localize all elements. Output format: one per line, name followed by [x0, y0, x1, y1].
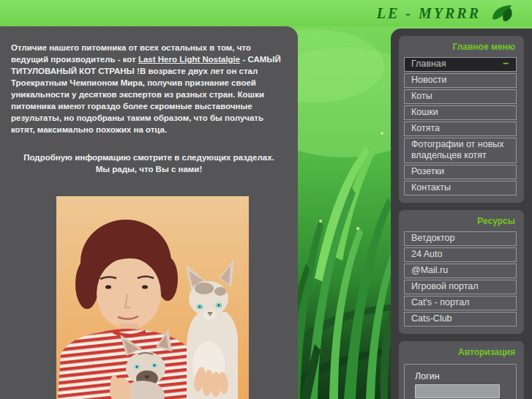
- auth-form: Логин Пароль: [404, 364, 517, 399]
- resources-title: Ресурсы: [404, 215, 517, 231]
- resource-link-vetdoctor[interactable]: Ветдоктор: [404, 231, 517, 246]
- menu-item-news[interactable]: Новости: [404, 73, 517, 88]
- resource-label: Ветдоктор: [411, 233, 455, 243]
- resource-label: Игровой портал: [411, 281, 479, 291]
- menu-item-female-cats[interactable]: Кошки: [404, 105, 517, 120]
- login-label: Логин: [415, 371, 509, 381]
- menu-item-contacts[interactable]: Контакты: [404, 181, 517, 195]
- menu-item-owner-photos[interactable]: Фотографии от новых владельцев котят: [404, 138, 517, 163]
- sidebar: Главное меню Главная – Новости Коты Кошк…: [391, 29, 532, 399]
- site-logo: LE - MYRRR: [377, 5, 481, 22]
- menu-item-rosettes[interactable]: Розетки: [404, 165, 517, 179]
- login-input[interactable]: [415, 384, 500, 398]
- active-marker: –: [503, 58, 509, 69]
- menu-item-label: Котята: [411, 123, 440, 133]
- menu-item-label: Контакты: [411, 182, 451, 193]
- cat-name-link[interactable]: Last Hero Light Nostalgie: [138, 55, 240, 64]
- resource-link-cats-club[interactable]: Cats-Club: [404, 312, 517, 327]
- menu-item-kittens[interactable]: Котята: [404, 122, 517, 136]
- menu-item-label: Кошки: [411, 107, 438, 117]
- resource-link-mailru[interactable]: @Mail.ru: [404, 264, 517, 278]
- resource-label: 24 Auto: [411, 249, 442, 259]
- resource-link-24auto[interactable]: 24 Auto: [404, 247, 517, 262]
- auth-title: Авторизация: [404, 346, 517, 362]
- auth-section: Авторизация Логин Пароль: [399, 341, 524, 399]
- menu-item-label: Фотографии от новых владельцев котят: [411, 139, 504, 160]
- resource-label: Cats-Club: [411, 313, 452, 324]
- main-menu-section: Главное меню Главная – Новости Коты Кошк…: [399, 36, 524, 203]
- resource-link-cats-portal[interactable]: Cat's - портал: [404, 296, 517, 310]
- resources-section: Ресурсы Ветдоктор 24 Auto @Mail.ru Игров…: [399, 210, 524, 334]
- note-paragraph: Подробную информацию смотрите в следующи…: [20, 152, 277, 175]
- menu-item-label: Новости: [411, 75, 446, 85]
- intro-paragraph: Отличие нашего питомника от всех остальн…: [11, 42, 285, 135]
- menu-item-label: Розетки: [411, 166, 444, 176]
- main-content-panel: Отличие нашего питомника от всех остальн…: [0, 26, 298, 399]
- menu-item-label: Коты: [411, 91, 432, 101]
- intro-text-after: - САМЫЙ ТИТУЛОВАНЫЙ КОТ СТРАНЫ !В возрас…: [11, 55, 281, 134]
- menu-item-label: Главная: [411, 59, 446, 69]
- menu-item-male-cats[interactable]: Коты: [404, 89, 517, 104]
- resource-link-game-portal[interactable]: Игровой портал: [404, 280, 517, 294]
- resource-label: @Mail.ru: [411, 265, 448, 275]
- resource-label: Cat's - портал: [411, 297, 469, 307]
- breeder-photo: [56, 196, 249, 399]
- menu-item-home[interactable]: Главная –: [404, 57, 517, 72]
- leaf-icon: [491, 4, 514, 23]
- header-bar: LE - MYRRR: [0, 0, 532, 26]
- main-menu-title: Главное меню: [404, 40, 517, 57]
